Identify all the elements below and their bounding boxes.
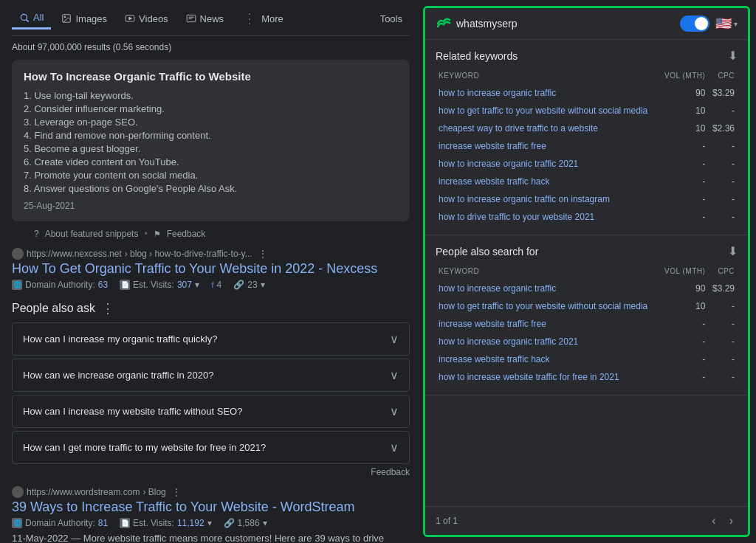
result-url-2: https://www.wordstream.com › Blog ⋮: [12, 486, 410, 498]
featured-item-7: 7. Promote your content on social media.: [24, 168, 398, 181]
pas-kw-cpc-0: $3.29: [708, 280, 738, 297]
related-keywords-download[interactable]: ⬇: [728, 49, 738, 63]
prev-page-button[interactable]: ‹: [707, 513, 720, 529]
people-also-ask: People also ask ⋮ How can I increase my …: [12, 300, 410, 477]
paa-item-1[interactable]: How can I increase my organic traffic qu…: [12, 322, 410, 356]
results-count: About 97,000,000 results (0.56 seconds): [12, 42, 410, 52]
featured-item-4: 4. Find and remove non-performing conten…: [24, 128, 398, 142]
paa-item-4[interactable]: How can I get more traffic to my website…: [12, 431, 410, 464]
related-kw-keyword-0[interactable]: how to increase organic traffic: [436, 84, 659, 102]
related-kw-keyword-7[interactable]: how to drive traffic to your website 202…: [436, 208, 659, 226]
paa-feedback[interactable]: Feedback: [12, 467, 410, 477]
paa-menu[interactable]: ⋮: [101, 300, 114, 317]
result-meta-1: 🌐 Domain Authority: 63 📄 Est. Visits: 30…: [12, 280, 410, 290]
paa-item-3[interactable]: How can I increase my website traffic wi…: [12, 395, 410, 428]
people-also-search-download[interactable]: ⬇: [728, 244, 738, 258]
result-meta-2: 🌐 Domain Authority: 81 📄 Est. Visits: 11…: [12, 518, 410, 528]
result-title-1[interactable]: How To Get Organic Traffic to Your Websi…: [12, 261, 410, 277]
pas-kw-keyword-1[interactable]: how to get traffic to your website witho…: [436, 297, 659, 315]
related-kw-keyword-4[interactable]: how to increase organic traffic 2021: [436, 155, 659, 173]
featured-date: 25-Aug-2021: [24, 201, 398, 211]
related-kw-vol-5: -: [659, 173, 708, 190]
link-expand-2[interactable]: ▾: [263, 518, 267, 528]
related-kw-row: how to increase organic traffic on insta…: [436, 190, 738, 208]
related-keywords-section: Related keywords ⬇ KEYWORD VOL (MTH) CPC…: [425, 40, 748, 235]
paa-chevron-2: ∨: [390, 368, 399, 382]
link-count-2: 🔗 1,586 ▾: [224, 518, 267, 528]
featured-title: How To Increase Organic Traffic to Websi…: [24, 70, 398, 83]
related-kw-cpc-7: -: [708, 208, 738, 226]
about-featured-snippets-link[interactable]: About featured snippets: [45, 229, 139, 239]
question-icon: ?: [34, 229, 39, 239]
serp-logo-svg: [436, 15, 452, 32]
related-kw-vol-6: -: [659, 190, 708, 208]
pas-kw-keyword-4[interactable]: increase website traffic hack: [436, 350, 659, 368]
visits-expand-1[interactable]: ▾: [195, 280, 199, 290]
featured-item-8: 8. Answer questions on Google's People A…: [24, 181, 398, 195]
people-also-search-header: People also search for ⬇: [436, 244, 738, 258]
serp-header: whatsmyserp 🇺🇸 ▾: [425, 8, 748, 40]
visits-expand-2[interactable]: ▾: [207, 518, 212, 528]
feedback-link[interactable]: Feedback: [167, 229, 206, 239]
related-kw-cpc-5: -: [708, 173, 738, 190]
svg-line-1: [27, 19, 29, 21]
serp-logo-text: whatsmyserp: [456, 18, 517, 30]
pas-kw-keyword-2[interactable]: increase website traffic free: [436, 315, 659, 333]
flag-selector[interactable]: 🇺🇸 ▾: [715, 15, 738, 32]
pas-kw-row: how to increase website traffic for free…: [436, 368, 738, 386]
next-page-button[interactable]: ›: [725, 513, 738, 529]
domain-2: https://www.wordstream.com: [27, 487, 140, 497]
pas-kw-vol-0: 90: [659, 280, 708, 297]
path-1: › blog › how-to-drive-traffic-to-y...: [125, 249, 252, 259]
nav-more[interactable]: ⋮ More: [234, 6, 291, 31]
pas-kw-row: increase website traffic hack - -: [436, 350, 738, 368]
nav-news[interactable]: News: [179, 9, 232, 29]
related-kw-row: how to get traffic to your website witho…: [436, 102, 738, 120]
paa-item-2[interactable]: How can we increase organic traffic in 2…: [12, 359, 410, 392]
pas-kw-cpc-2: -: [708, 315, 738, 333]
related-kw-keyword-6[interactable]: how to increase organic traffic on insta…: [436, 190, 659, 208]
featured-item-3: 3. Leverage on-page SEO.: [24, 115, 398, 128]
related-kw-keyword-3[interactable]: increase website traffic free: [436, 137, 659, 155]
related-kw-keyword-5[interactable]: increase website traffic hack: [436, 173, 659, 190]
related-kw-vol-4: -: [659, 155, 708, 173]
nav-images[interactable]: Images: [54, 9, 114, 29]
nav-videos[interactable]: Videos: [117, 9, 176, 29]
flag-emoji: 🇺🇸: [715, 15, 732, 32]
pas-kw-cpc-5: -: [708, 368, 738, 386]
da-icon-1: 🌐: [12, 280, 22, 290]
related-kw-cpc-1: -: [708, 102, 738, 120]
search-result-1: https://www.nexcess.net › blog › how-to-…: [12, 248, 410, 290]
pas-kw-keyword-5[interactable]: how to increase website traffic for free…: [436, 368, 659, 386]
related-kw-keyword-2[interactable]: cheapest way to drive traffic to a websi…: [436, 120, 659, 137]
nav-all[interactable]: All: [12, 7, 51, 30]
featured-item-1: 1. Use long-tail keywords.: [24, 89, 398, 102]
col-cpc-pas: CPC: [708, 266, 738, 280]
pas-kw-keyword-3[interactable]: how to increase organic traffic 2021: [436, 333, 659, 350]
tools-button[interactable]: Tools: [373, 9, 410, 29]
featured-list: 1. Use long-tail keywords. 2. Consider i…: [24, 89, 398, 195]
right-panel: whatsmyserp 🇺🇸 ▾ Related keywords ⬇ KEYW…: [417, 0, 756, 543]
pas-kw-keyword-0[interactable]: how to increase organic traffic: [436, 280, 659, 297]
pas-kw-row: how to get traffic to your website witho…: [436, 297, 738, 315]
toggle-switch[interactable]: [680, 15, 709, 32]
related-kw-cpc-6: -: [708, 190, 738, 208]
result-menu-2[interactable]: ⋮: [172, 487, 181, 497]
related-kw-vol-3: -: [659, 137, 708, 155]
related-kw-row: increase website traffic free - -: [436, 137, 738, 155]
result-menu-1[interactable]: ⋮: [258, 249, 267, 259]
related-kw-vol-2: 10: [659, 120, 708, 137]
related-kw-row: how to drive traffic to your website 202…: [436, 208, 738, 226]
result-title-2[interactable]: 39 Ways to Increase Traffic to Your Webs…: [12, 499, 410, 515]
result-url-1: https://www.nexcess.net › blog › how-to-…: [12, 248, 410, 260]
col-vol-related: VOL (MTH): [659, 70, 708, 84]
dot-separator: •: [144, 229, 147, 239]
left-panel: All Images Videos News ⋮ More Tools Abou…: [0, 0, 417, 543]
related-kw-vol-1: 10: [659, 102, 708, 120]
link-expand-1[interactable]: ▾: [261, 280, 265, 290]
related-kw-row: increase website traffic hack - -: [436, 173, 738, 190]
serp-logo: whatsmyserp: [436, 15, 517, 32]
related-kw-keyword-1[interactable]: how to get traffic to your website witho…: [436, 102, 659, 120]
pas-kw-row: how to increase organic traffic 90 $3.29: [436, 280, 738, 297]
paa-header: People also ask ⋮: [12, 300, 410, 317]
